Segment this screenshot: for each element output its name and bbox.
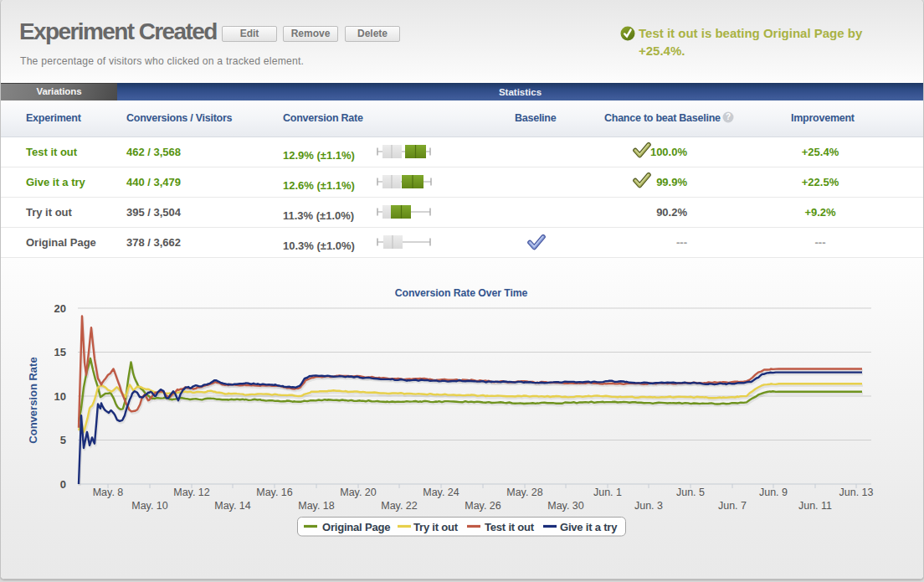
svg-text:15: 15 [54, 346, 66, 358]
svg-text:May. 14: May. 14 [214, 500, 251, 512]
svg-text:May. 24: May. 24 [423, 487, 459, 498]
svg-text:May. 26: May. 26 [465, 500, 501, 512]
svg-text:Jun. 7: Jun. 7 [718, 500, 747, 512]
svg-text:Try it out: Try it out [413, 521, 459, 533]
svg-text:Conversion Rate: Conversion Rate [27, 357, 39, 443]
svg-text:May. 16: May. 16 [256, 487, 293, 498]
svg-text:May. 20: May. 20 [340, 487, 377, 498]
svg-text:May. 22: May. 22 [381, 500, 418, 512]
svg-text:May. 28: May. 28 [506, 487, 543, 498]
svg-text:Give it a try: Give it a try [560, 521, 618, 533]
svg-text:Jun. 3: Jun. 3 [634, 500, 663, 512]
svg-text:?: ? [726, 112, 731, 121]
svg-text:Jun. 13: Jun. 13 [839, 487, 873, 498]
svg-text:Conversion Rate Over Time: Conversion Rate Over Time [395, 287, 528, 299]
svg-text:May. 12: May. 12 [173, 487, 210, 498]
svg-text:May. 18: May. 18 [298, 500, 335, 512]
svg-text:Jun. 11: Jun. 11 [798, 500, 832, 512]
svg-text:May. 30: May. 30 [547, 500, 584, 512]
svg-text:May. 10: May. 10 [131, 500, 168, 512]
svg-text:Jun. 5: Jun. 5 [676, 487, 705, 498]
svg-text:20: 20 [54, 302, 66, 315]
svg-text:Jun. 1: Jun. 1 [593, 487, 622, 498]
svg-text:10: 10 [54, 390, 66, 403]
svg-text:Test it out: Test it out [485, 521, 535, 533]
svg-text:Original Page: Original Page [322, 521, 390, 533]
svg-text:Jun. 9: Jun. 9 [759, 487, 788, 498]
svg-text:May. 8: May. 8 [93, 487, 124, 498]
svg-text:0: 0 [60, 478, 66, 491]
svg-text:5: 5 [60, 434, 66, 446]
